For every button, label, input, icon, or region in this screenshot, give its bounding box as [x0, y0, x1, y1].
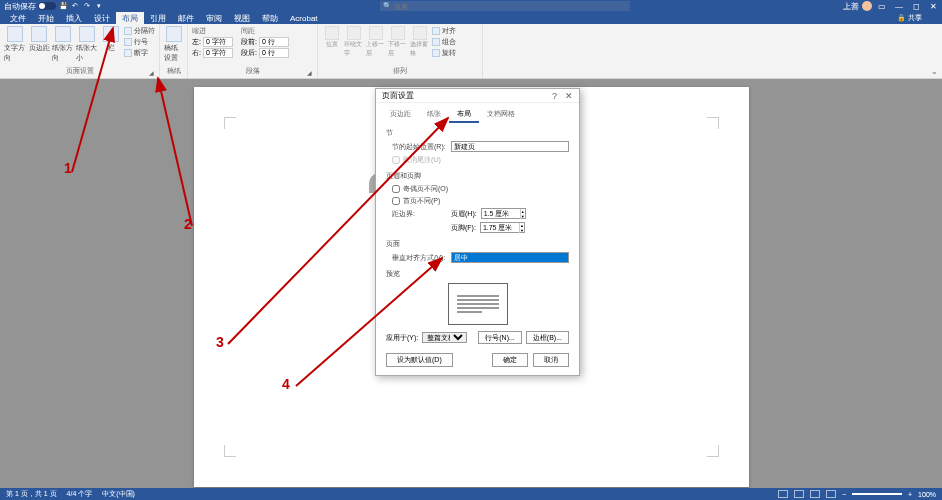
tab-help[interactable]: 帮助: [256, 12, 284, 24]
orientation-button[interactable]: 纸张方向: [52, 26, 74, 66]
arrange-group-label: 排列: [322, 66, 478, 76]
breaks-button[interactable]: 分隔符: [124, 26, 155, 36]
share-button[interactable]: 🔒 共享: [897, 13, 922, 23]
ribbon: 文字方向 页边距 纸张方向 纸张大小 栏 分隔符 行号 断字 页面设置◢ 稿纸设…: [0, 24, 942, 79]
tab-layout[interactable]: 布局: [116, 12, 144, 24]
annotation-4: 4: [282, 376, 290, 392]
read-mode-icon[interactable]: [794, 490, 804, 498]
header-distance-input[interactable]: 1.5 厘米▲▼: [481, 208, 526, 219]
annotation-1: 1: [64, 160, 72, 176]
set-default-button[interactable]: 设为默认值(D): [386, 353, 453, 367]
section-heading: 节: [386, 128, 569, 138]
zoom-slider[interactable]: [852, 493, 902, 495]
indent-label: 缩进: [192, 26, 233, 36]
ribbon-tabs: 文件 开始 插入 设计 布局 引用 邮件 审阅 视图 帮助 Acrobat 🔒 …: [0, 12, 942, 24]
manuscript-group-label: 稿纸: [164, 66, 183, 76]
page-setup-launcher[interactable]: ◢: [149, 69, 154, 76]
annotation-3: 3: [216, 334, 224, 350]
collapse-ribbon-icon[interactable]: ⌄: [931, 67, 938, 76]
odd-even-checkbox[interactable]: [392, 185, 400, 193]
ribbon-display-icon[interactable]: ▭: [875, 0, 889, 12]
maximize-icon[interactable]: ◻: [909, 0, 923, 12]
preview-heading: 预览: [386, 269, 569, 279]
redo-icon[interactable]: ↷: [82, 1, 92, 11]
group-button[interactable]: 组合: [432, 37, 456, 47]
qat-dropdown-icon[interactable]: ▾: [94, 1, 104, 11]
tab-acrobat[interactable]: Acrobat: [284, 12, 324, 24]
spacing-before-input[interactable]: [259, 37, 289, 47]
search-input[interactable]: [380, 1, 630, 11]
dialog-help-icon[interactable]: ?: [552, 91, 557, 101]
zoom-level-label[interactable]: 100%: [918, 491, 936, 498]
tab-view[interactable]: 视图: [228, 12, 256, 24]
paragraph-launcher[interactable]: ◢: [307, 69, 312, 76]
size-button[interactable]: 纸张大小: [76, 26, 98, 66]
tab-insert[interactable]: 插入: [60, 12, 88, 24]
bring-forward-button[interactable]: 上移一层: [366, 26, 386, 66]
tab-home[interactable]: 开始: [32, 12, 60, 24]
dialog-tab-grid[interactable]: 文档网格: [479, 107, 523, 123]
spacing-label: 间距: [241, 26, 289, 36]
borders-dialog-button[interactable]: 边框(B)...: [526, 331, 569, 344]
tab-file[interactable]: 文件: [4, 12, 32, 24]
zoom-in-icon[interactable]: +: [908, 491, 912, 498]
web-layout-icon[interactable]: [826, 490, 836, 498]
vertical-align-select[interactable]: 居中: [451, 252, 569, 263]
status-bar: 第 1 页，共 1 页 4/4 个字 中文(中国) − + 100%: [0, 488, 942, 500]
dialog-close-icon[interactable]: ✕: [565, 91, 573, 101]
hyphenation-button[interactable]: 断字: [124, 48, 155, 58]
section-start-select[interactable]: 新建页: [451, 141, 569, 152]
selection-pane-button[interactable]: 选择窗格: [410, 26, 430, 66]
preview-thumbnail: [448, 283, 508, 325]
zoom-out-icon[interactable]: −: [842, 491, 846, 498]
undo-icon[interactable]: ↶: [70, 1, 80, 11]
language-label[interactable]: 中文(中国): [102, 489, 135, 499]
apply-to-label: 应用于(Y):: [386, 333, 418, 343]
page-heading: 页面: [386, 239, 569, 249]
text-direction-button[interactable]: 文字方向: [4, 26, 26, 66]
dialog-tab-layout[interactable]: 布局: [449, 107, 479, 123]
dialog-tab-paper[interactable]: 纸张: [419, 107, 449, 123]
paragraph-group-label: 段落: [246, 67, 260, 74]
align-button[interactable]: 对齐: [432, 26, 456, 36]
minimize-icon[interactable]: —: [892, 0, 906, 12]
spacing-after-input[interactable]: [259, 48, 289, 58]
line-numbers-dialog-button[interactable]: 行号(N)...: [478, 331, 522, 344]
indent-right-input[interactable]: [203, 48, 233, 58]
indent-left-input[interactable]: [203, 37, 233, 47]
vertical-align-label: 垂直对齐方式(V):: [392, 253, 447, 263]
search-icon: 🔍: [383, 2, 392, 10]
tab-review[interactable]: 审阅: [200, 12, 228, 24]
user-avatar[interactable]: [862, 1, 872, 11]
close-icon[interactable]: ✕: [926, 0, 940, 12]
autosave-toggle[interactable]: 自动保存: [4, 1, 56, 12]
wrap-text-button[interactable]: 环绕文字: [344, 26, 364, 66]
send-backward-button[interactable]: 下移一层: [388, 26, 408, 66]
rotate-button[interactable]: 旋转: [432, 48, 456, 58]
print-layout-icon[interactable]: [810, 490, 820, 498]
headers-footers-heading: 页眉和页脚: [386, 171, 569, 181]
apply-to-select[interactable]: 整篇文档: [422, 332, 467, 343]
position-button[interactable]: 位置: [322, 26, 342, 66]
dialog-title: 页面设置: [382, 90, 414, 101]
footer-distance-input[interactable]: 1.75 厘米▲▼: [480, 222, 525, 233]
page-count-label[interactable]: 第 1 页，共 1 页: [6, 489, 57, 499]
margins-button[interactable]: 页边距: [28, 26, 50, 66]
from-edge-label: 距边界:: [392, 209, 447, 219]
tab-design[interactable]: 设计: [88, 12, 116, 24]
save-icon[interactable]: 💾: [58, 1, 68, 11]
title-bar: 自动保存 💾 ↶ ↷ ▾ 文档1 - Word 🔍 上善 ▭ — ◻ ✕: [0, 0, 942, 12]
focus-mode-icon[interactable]: [778, 490, 788, 498]
columns-button[interactable]: 栏: [100, 26, 122, 66]
tab-references[interactable]: 引用: [144, 12, 172, 24]
line-numbers-button[interactable]: 行号: [124, 37, 155, 47]
dialog-tab-margins[interactable]: 页边距: [382, 107, 419, 123]
cancel-button[interactable]: 取消: [533, 353, 569, 367]
section-start-label: 节的起始位置(R):: [392, 142, 447, 152]
ok-button[interactable]: 确定: [492, 353, 528, 367]
manuscript-settings-button[interactable]: 稿纸设置: [164, 26, 183, 66]
tab-mailings[interactable]: 邮件: [172, 12, 200, 24]
first-page-checkbox[interactable]: [392, 197, 400, 205]
suppress-endnotes-checkbox: [392, 156, 400, 164]
word-count-label[interactable]: 4/4 个字: [67, 489, 93, 499]
